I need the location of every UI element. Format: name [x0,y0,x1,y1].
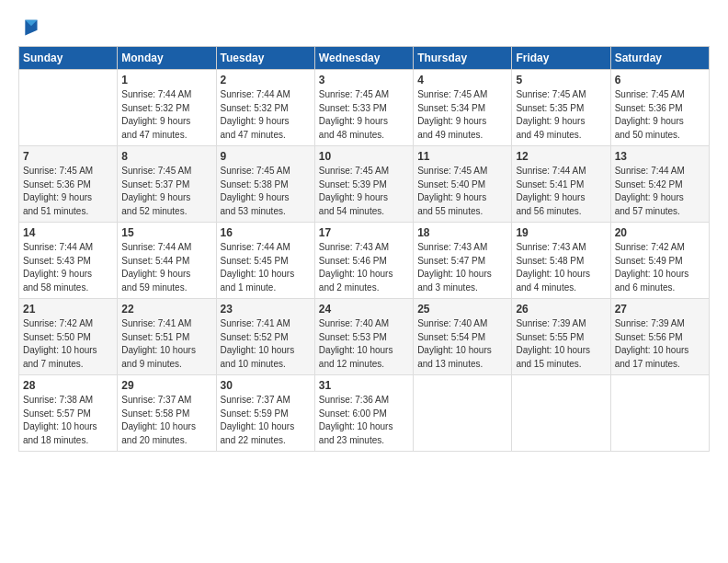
day-info: Sunrise: 7:43 AM Sunset: 5:47 PM Dayligh… [417,241,507,294]
day-info: Sunrise: 7:44 AM Sunset: 5:44 PM Dayligh… [121,241,211,294]
day-cell: 25Sunrise: 7:40 AM Sunset: 5:54 PM Dayli… [414,299,512,375]
day-cell: 5Sunrise: 7:45 AM Sunset: 5:35 PM Daylig… [512,70,610,146]
day-number: 6 [615,74,705,86]
day-info: Sunrise: 7:45 AM Sunset: 5:36 PM Dayligh… [615,88,705,142]
logo [18,17,42,37]
day-number: 8 [121,150,211,163]
day-number: 21 [23,303,113,316]
day-info: Sunrise: 7:45 AM Sunset: 5:35 PM Dayligh… [516,88,606,142]
day-info: Sunrise: 7:45 AM Sunset: 5:37 PM Dayligh… [121,165,211,218]
header [18,17,710,37]
day-cell: 29Sunrise: 7:37 AM Sunset: 5:58 PM Dayli… [118,375,216,452]
day-number: 20 [615,226,705,239]
header-cell-saturday: Saturday [610,47,709,70]
day-cell: 27Sunrise: 7:39 AM Sunset: 5:56 PM Dayli… [610,299,709,375]
day-info: Sunrise: 7:45 AM Sunset: 5:39 PM Dayligh… [319,165,409,218]
day-info: Sunrise: 7:45 AM Sunset: 5:34 PM Dayligh… [417,88,507,142]
day-number: 31 [319,379,409,392]
day-number: 10 [319,150,409,163]
day-cell [610,375,709,452]
day-cell: 13Sunrise: 7:44 AM Sunset: 5:42 PM Dayli… [610,146,709,223]
day-number: 3 [319,74,409,86]
day-number: 25 [417,303,507,316]
day-cell: 6Sunrise: 7:45 AM Sunset: 5:36 PM Daylig… [610,70,709,146]
day-info: Sunrise: 7:45 AM Sunset: 5:33 PM Dayligh… [319,88,409,142]
day-info: Sunrise: 7:43 AM Sunset: 5:46 PM Dayligh… [319,241,409,294]
day-info: Sunrise: 7:37 AM Sunset: 5:58 PM Dayligh… [121,394,211,447]
day-cell: 28Sunrise: 7:38 AM Sunset: 5:57 PM Dayli… [19,375,118,452]
day-cell: 31Sunrise: 7:36 AM Sunset: 6:00 PM Dayli… [314,375,413,452]
day-cell: 17Sunrise: 7:43 AM Sunset: 5:46 PM Dayli… [314,223,413,299]
day-cell: 16Sunrise: 7:44 AM Sunset: 5:45 PM Dayli… [216,223,314,299]
day-number: 15 [121,226,211,239]
day-number: 27 [615,303,705,316]
header-cell-wednesday: Wednesday [314,47,413,70]
day-number: 29 [121,379,211,392]
header-cell-sunday: Sunday [19,47,118,70]
day-number: 18 [417,226,507,239]
day-number: 13 [615,150,705,163]
day-info: Sunrise: 7:44 AM Sunset: 5:43 PM Dayligh… [23,241,113,294]
header-cell-tuesday: Tuesday [216,47,314,70]
day-info: Sunrise: 7:38 AM Sunset: 5:57 PM Dayligh… [23,394,113,447]
day-info: Sunrise: 7:40 AM Sunset: 5:53 PM Dayligh… [319,317,409,371]
day-cell: 22Sunrise: 7:41 AM Sunset: 5:51 PM Dayli… [118,299,216,375]
day-cell [414,375,512,452]
day-cell: 23Sunrise: 7:41 AM Sunset: 5:52 PM Dayli… [216,299,314,375]
day-number: 14 [23,226,113,239]
day-info: Sunrise: 7:44 AM Sunset: 5:32 PM Dayligh… [221,88,311,142]
day-cell: 1Sunrise: 7:44 AM Sunset: 5:32 PM Daylig… [118,70,216,146]
day-info: Sunrise: 7:44 AM Sunset: 5:42 PM Dayligh… [615,165,705,218]
day-info: Sunrise: 7:43 AM Sunset: 5:48 PM Dayligh… [516,241,606,294]
day-number: 7 [23,150,113,163]
day-cell: 20Sunrise: 7:42 AM Sunset: 5:49 PM Dayli… [610,223,709,299]
day-info: Sunrise: 7:44 AM Sunset: 5:41 PM Dayligh… [516,165,606,218]
day-cell [512,375,610,452]
day-number: 1 [121,74,211,86]
calendar-header: SundayMondayTuesdayWednesdayThursdayFrid… [19,47,710,70]
header-cell-friday: Friday [512,47,610,70]
day-number: 12 [516,150,606,163]
day-number: 4 [417,74,507,86]
day-cell: 2Sunrise: 7:44 AM Sunset: 5:32 PM Daylig… [216,70,314,146]
day-number: 26 [516,303,606,316]
day-cell: 18Sunrise: 7:43 AM Sunset: 5:47 PM Dayli… [414,223,512,299]
page: SundayMondayTuesdayWednesdayThursdayFrid… [0,0,728,461]
day-number: 30 [221,379,311,392]
calendar-table: SundayMondayTuesdayWednesdayThursdayFrid… [18,46,710,452]
week-row-4: 21Sunrise: 7:42 AM Sunset: 5:50 PM Dayli… [19,299,710,375]
day-cell [19,70,118,146]
day-info: Sunrise: 7:44 AM Sunset: 5:32 PM Dayligh… [121,88,211,142]
week-row-1: 1Sunrise: 7:44 AM Sunset: 5:32 PM Daylig… [19,70,710,146]
day-info: Sunrise: 7:42 AM Sunset: 5:49 PM Dayligh… [615,241,705,294]
day-number: 23 [221,303,311,316]
calendar-body: 1Sunrise: 7:44 AM Sunset: 5:32 PM Daylig… [19,70,710,452]
day-cell: 12Sunrise: 7:44 AM Sunset: 5:41 PM Dayli… [512,146,610,223]
day-cell: 30Sunrise: 7:37 AM Sunset: 5:59 PM Dayli… [216,375,314,452]
day-cell: 14Sunrise: 7:44 AM Sunset: 5:43 PM Dayli… [19,223,118,299]
day-number: 28 [23,379,113,392]
week-row-5: 28Sunrise: 7:38 AM Sunset: 5:57 PM Dayli… [19,375,710,452]
day-number: 2 [221,74,311,86]
day-info: Sunrise: 7:39 AM Sunset: 5:55 PM Dayligh… [516,317,606,371]
header-cell-thursday: Thursday [414,47,512,70]
week-row-3: 14Sunrise: 7:44 AM Sunset: 5:43 PM Dayli… [19,223,710,299]
day-info: Sunrise: 7:41 AM Sunset: 5:51 PM Dayligh… [121,317,211,371]
day-info: Sunrise: 7:42 AM Sunset: 5:50 PM Dayligh… [23,317,113,371]
week-row-2: 7Sunrise: 7:45 AM Sunset: 5:36 PM Daylig… [19,146,710,223]
day-number: 11 [417,150,507,163]
day-info: Sunrise: 7:45 AM Sunset: 5:40 PM Dayligh… [417,165,507,218]
day-number: 19 [516,226,606,239]
day-number: 24 [319,303,409,316]
header-row: SundayMondayTuesdayWednesdayThursdayFrid… [19,47,710,70]
day-cell: 15Sunrise: 7:44 AM Sunset: 5:44 PM Dayli… [118,223,216,299]
day-number: 17 [319,226,409,239]
day-cell: 3Sunrise: 7:45 AM Sunset: 5:33 PM Daylig… [314,70,413,146]
day-info: Sunrise: 7:39 AM Sunset: 5:56 PM Dayligh… [615,317,705,371]
day-number: 22 [121,303,211,316]
day-info: Sunrise: 7:40 AM Sunset: 5:54 PM Dayligh… [417,317,507,371]
day-info: Sunrise: 7:45 AM Sunset: 5:38 PM Dayligh… [221,165,311,218]
day-cell: 10Sunrise: 7:45 AM Sunset: 5:39 PM Dayli… [314,146,413,223]
day-cell: 4Sunrise: 7:45 AM Sunset: 5:34 PM Daylig… [414,70,512,146]
day-number: 16 [221,226,311,239]
